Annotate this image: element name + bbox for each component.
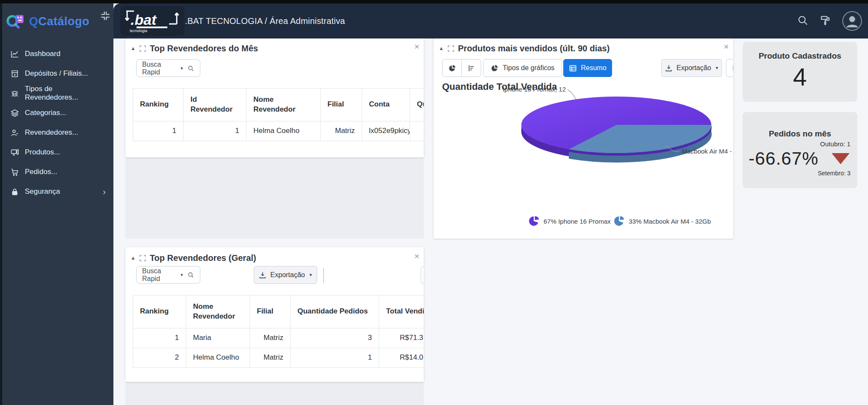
- topbar: .bat tecnologia .BAT TECNOLOGIA / Área A…: [113, 3, 868, 38]
- col-nome-revendedor: Nome Revendedor: [247, 89, 321, 121]
- col-filial: Filial: [321, 89, 362, 121]
- card-title: Produto Cadastrados: [743, 51, 857, 61]
- download-icon: [259, 271, 267, 279]
- panel-produtos-mais-vendidos: ▲ Produtos mais vendidos (últ. 90 dias) …: [434, 38, 733, 239]
- col-filial: Filial: [250, 296, 291, 328]
- avatar[interactable]: [842, 11, 862, 31]
- card-title: Pedidos no mês: [743, 129, 857, 139]
- current-month-value: Outubro: 1: [743, 140, 857, 148]
- previous-month-value: Setembro: 3: [743, 170, 857, 177]
- collapse-panel-icon[interactable]: ▲: [131, 255, 136, 260]
- percent-change: -66.67%: [749, 148, 818, 169]
- table-header-row: Ranking Id Revendedor Nome Revendedor Fi…: [133, 89, 424, 121]
- sidebar-item-revendedores[interactable]: Revendedores...: [0, 123, 113, 142]
- col-ranking: Ranking: [133, 89, 184, 121]
- store-icon: [10, 69, 19, 78]
- brand-text: QCatálogo: [29, 15, 89, 28]
- col-quantidade-pedidos: Quantidade Pedidos: [291, 296, 379, 328]
- exportacao-button[interactable]: Exportação ▼: [254, 266, 317, 284]
- layers-icon: [10, 109, 19, 118]
- table-row: 1 1 Helma Coelho Matriz lx052e9pkicy: [133, 121, 424, 141]
- quick-search-control[interactable]: Busca Rapid ▼: [136, 59, 200, 77]
- toolbar-separator: [323, 268, 324, 283]
- cart-icon: [10, 168, 19, 177]
- menu-label: Dashboard: [25, 50, 60, 58]
- col-nome-revendedor: Nome Revendedor: [186, 296, 250, 328]
- col-conta: Conta: [362, 89, 410, 121]
- page-title: .BAT TECNOLOGIA / Área Administrativa: [185, 3, 345, 38]
- menu-label: Revendedores...: [25, 128, 78, 137]
- user-icon: [10, 128, 19, 137]
- panel-title: Top Revendedores do Mês: [150, 44, 258, 53]
- panel-top-revendedores-geral: ▲ Top Revendedores (Geral) × Busca Rapid…: [125, 247, 424, 382]
- close-icon[interactable]: ×: [414, 42, 419, 51]
- window-left-edge: [0, 3, 2, 405]
- panel-top-revendedores-mes: ▲ Top Revendedores do Mês × Busca Rapid …: [125, 38, 424, 157]
- qr-catalogo-icon: [6, 13, 27, 30]
- grid-cell: [125, 157, 424, 239]
- sidebar-collapse-icon[interactable]: [100, 10, 111, 21]
- lock-icon: [10, 187, 19, 196]
- legend-item-macbook[interactable]: 33% Macbook Air M4 - 32Gb: [614, 216, 711, 227]
- expand-panel-icon[interactable]: [139, 254, 146, 262]
- col-id-revendedor: Id Revendedor: [184, 89, 247, 121]
- window-top-edge: [0, 0, 868, 3]
- pie-legend-icon: [614, 216, 625, 227]
- chart-line-icon: [10, 50, 19, 59]
- pie-chart: Iphone 16 Promax, 12 Macbook Air M4 - 32…: [434, 38, 733, 239]
- sidebar-menu: Dashboard Depósitos / Filiais... Tipos d…: [0, 44, 113, 201]
- legend-label: 67% Iphone 16 Promax: [544, 218, 611, 225]
- admin-dashboard: QCatálogo Dashboard Depósitos / Filiais.…: [0, 0, 868, 405]
- table-header-row: Ranking Nome Revendedor Filial Quantidad…: [133, 296, 424, 328]
- bat-logo-sub: tecnologia: [130, 29, 147, 33]
- menu-label: Pedidos...: [25, 168, 57, 176]
- sidebar-item-tipos-revendedores[interactable]: Tipos de Revendedores...: [0, 83, 113, 103]
- sidebar-item-produtos[interactable]: Produtos...: [0, 142, 113, 162]
- sidebar-item-depositos-filiais[interactable]: Depósitos / Filiais...: [0, 64, 113, 83]
- sidebar: QCatálogo Dashboard Depósitos / Filiais.…: [0, 3, 113, 405]
- quick-search-label: Busca Rapid: [142, 61, 176, 76]
- sidebar-item-pedidos[interactable]: Pedidos...: [0, 162, 113, 182]
- brand-logo: QCatálogo: [6, 9, 108, 33]
- card-pedidos-no-mes: Pedidos no mês Outubro: 1 -66.67% Setemb…: [743, 112, 857, 188]
- trend-down-icon: [832, 153, 850, 164]
- legend-item-iphone[interactable]: 67% Iphone 16 Promax: [529, 216, 611, 227]
- card-value: 4: [743, 62, 857, 91]
- expand-panel-icon[interactable]: [139, 45, 146, 52]
- menu-label: Categorias...: [25, 109, 66, 117]
- slice-label-macbook: Macbook Air M4 - 32Gb, 6: [682, 148, 733, 155]
- bat-logo-text: .bat: [131, 12, 157, 28]
- card-produtos-cadastrados: Produto Cadastrados 4: [743, 42, 857, 102]
- grid-cell: [125, 382, 424, 405]
- desktop-icon: [10, 148, 19, 157]
- search-icon[interactable]: [797, 15, 809, 28]
- table-row: 2 Helma Coelho Matriz 1 R$14.0: [133, 348, 424, 367]
- caret-down-icon: ▼: [309, 273, 313, 277]
- col-quantidade: Quantidade: [410, 89, 424, 121]
- bat-logo: .bat tecnologia: [120, 6, 184, 36]
- sidebar-item-seguranca[interactable]: Segurança ›: [0, 182, 113, 201]
- table-top-revendedores-mes: Ranking Id Revendedor Nome Revendedor Fi…: [133, 88, 424, 141]
- clipped-toolbar-button[interactable]: [421, 266, 424, 284]
- group-icon: [10, 89, 19, 98]
- sidebar-item-dashboard[interactable]: Dashboard: [0, 44, 113, 64]
- table-row: 1 Maria Matriz 3 R$71.3: [133, 328, 424, 348]
- caret-down-icon: ▼: [180, 66, 184, 71]
- col-total-vendido: Total Vendido: [379, 296, 424, 328]
- chevron-right-icon: ›: [103, 187, 106, 196]
- search-icon: [187, 65, 194, 72]
- menu-label: Depósitos / Filiais...: [25, 69, 88, 78]
- exportacao-label: Exportação: [271, 271, 305, 279]
- slice-label-iphone: Iphone 16 Promax, 12: [502, 86, 566, 93]
- collapse-panel-icon[interactable]: ▲: [131, 46, 136, 51]
- col-ranking: Ranking: [133, 296, 186, 328]
- table-top-revendedores-geral: Ranking Nome Revendedor Filial Quantidad…: [133, 295, 424, 368]
- menu-label: Produtos...: [25, 148, 60, 157]
- legend-label: 33% Macbook Air M4 - 32Gb: [629, 218, 711, 225]
- pie-legend-icon: [529, 216, 540, 227]
- sidebar-item-categorias[interactable]: Categorias...: [0, 103, 113, 123]
- menu-label: Tipos de Revendedores...: [25, 85, 107, 102]
- menu-label: Segurança: [25, 187, 60, 196]
- paint-roller-icon[interactable]: [820, 15, 831, 28]
- close-icon[interactable]: ×: [414, 251, 419, 260]
